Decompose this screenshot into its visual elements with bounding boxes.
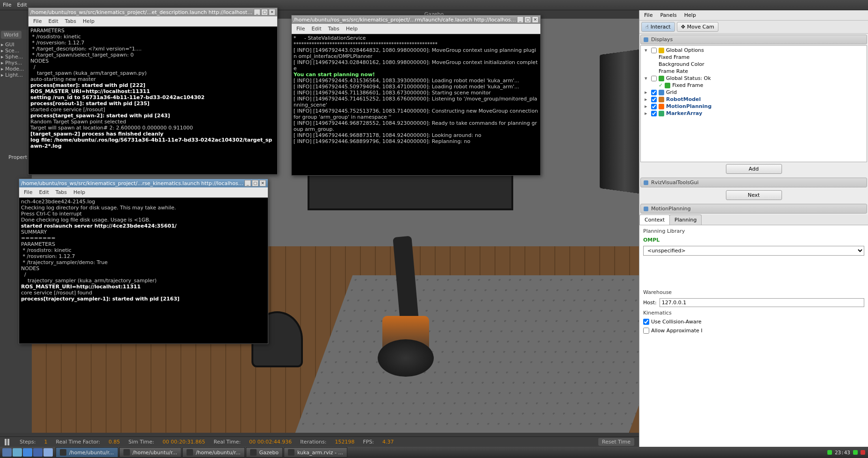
gazebo-tree-item[interactable]: ▸ GUI — [1, 42, 31, 48]
taskbar-item[interactable]: /home/ubuntu/r... — [119, 447, 182, 458]
display-checkbox[interactable] — [651, 48, 657, 53]
expand-icon[interactable]: ▸ — [645, 89, 649, 95]
display-checkbox[interactable] — [651, 104, 657, 109]
term1-output[interactable]: PARAMETERS * /rosdistro: kinetic * /rosv… — [29, 27, 277, 174]
term-help[interactable]: Help — [346, 26, 358, 32]
launcher-icon[interactable] — [33, 448, 43, 457]
add-button[interactable]: Add — [726, 164, 782, 174]
expand-icon[interactable]: ▾ — [645, 47, 649, 53]
displays-header[interactable]: Displays — [640, 35, 867, 44]
term2-output[interactable]: nch-4ce23bdee424-2145.logChecking log di… — [19, 198, 268, 344]
display-item[interactable]: Background Color — [642, 61, 866, 68]
rviz-help[interactable]: Help — [684, 12, 696, 18]
terminal-line: Random Target Spawn point selected — [30, 119, 275, 125]
collision-check[interactable] — [643, 319, 649, 325]
close-icon[interactable]: ✕ — [269, 9, 275, 15]
collision-aware-checkbox[interactable]: Use Collision-Aware — [643, 319, 864, 325]
close-icon[interactable]: ✕ — [532, 16, 538, 23]
taskbar-item[interactable]: Gazebo — [246, 447, 283, 458]
display-item[interactable]: ▸MotionPlanning — [642, 103, 866, 110]
display-label: Grid — [666, 89, 677, 95]
minimize-icon[interactable]: _ — [254, 9, 260, 15]
expand-icon[interactable]: ▸ — [645, 103, 649, 109]
display-type-icon — [665, 83, 670, 88]
display-checkbox[interactable] — [651, 111, 657, 116]
tab-context[interactable]: Context — [639, 215, 670, 225]
menu-edit[interactable]: Edit — [17, 2, 27, 8]
planner-select[interactable]: <unspecified> — [643, 246, 864, 256]
clock: 23:43 — [835, 450, 850, 456]
display-item[interactable]: ✓Fixed Frame — [642, 82, 866, 89]
term-edit[interactable]: Edit — [48, 18, 58, 24]
launcher-icon[interactable] — [13, 448, 22, 457]
launcher-icon[interactable] — [43, 448, 53, 457]
term-tabs[interactable]: Tabs — [328, 26, 339, 32]
gazebo-tree-item[interactable]: ▸ Phys... — [1, 60, 31, 66]
display-item[interactable]: Fixed Frame — [642, 54, 866, 61]
maximize-icon[interactable]: ▢ — [252, 180, 258, 186]
motion-planning-header[interactable]: MotionPlanning — [640, 204, 867, 214]
pause-icon[interactable] — [5, 439, 11, 445]
term-tabs[interactable]: Tabs — [56, 189, 67, 195]
display-item[interactable]: ▸MarkerArray — [642, 110, 866, 117]
term-file[interactable]: File — [24, 189, 32, 195]
expand-icon[interactable]: ▸ — [645, 110, 649, 116]
gazebo-tree-item[interactable]: ▸ Light... — [1, 72, 31, 78]
rviz-panels[interactable]: Panels — [660, 12, 676, 18]
display-item[interactable]: ▸RobotModel — [642, 96, 866, 103]
maximize-icon[interactable]: ▢ — [524, 16, 531, 23]
term-help[interactable]: Help — [73, 189, 85, 195]
approx-check[interactable] — [643, 328, 649, 334]
status-led-red[interactable] — [861, 450, 865, 455]
move-camera-button[interactable]: ✥ Move Cam — [677, 22, 718, 32]
terminal-window-1[interactable]: /home/ubuntu/ros_ws/src/kinematics_proje… — [28, 7, 278, 175]
display-checkbox[interactable] — [651, 76, 657, 81]
close-icon[interactable]: ✕ — [259, 180, 266, 186]
minimize-icon[interactable]: _ — [244, 180, 251, 186]
approx-ik-checkbox[interactable]: Allow Approximate I — [643, 328, 864, 334]
menu-file[interactable]: File — [3, 2, 11, 8]
gazebo-world-tab[interactable]: World — [1, 31, 22, 39]
next-button[interactable]: Next — [726, 190, 782, 200]
rviz-visual-tools-header[interactable]: RvizVisualToolsGui — [640, 178, 867, 187]
term-file[interactable]: File — [296, 26, 305, 32]
launcher-icon[interactable] — [2, 448, 12, 457]
display-checkbox[interactable] — [651, 97, 657, 102]
display-item[interactable]: ▸Grid — [642, 89, 866, 96]
term-edit[interactable]: Edit — [39, 189, 49, 195]
maximize-icon[interactable]: ▢ — [261, 9, 268, 15]
taskbar-item[interactable]: /home/ubuntu/r... — [182, 447, 245, 458]
gazebo-tree-item[interactable]: ▸ Sce... — [1, 48, 31, 54]
gazebo-world-tree[interactable]: ▸ GUI▸ Sce...▸ Sphe...▸ Phys...▸ Mode...… — [0, 40, 32, 80]
tab-planning[interactable]: Planning — [669, 215, 702, 225]
iter-label: Iterations: — [300, 439, 326, 445]
display-checkbox[interactable] — [651, 90, 657, 95]
gazebo-tree-item[interactable]: ▸ Sphe... — [1, 54, 31, 60]
taskbar-item[interactable]: /home/ubuntu/r... — [56, 447, 118, 458]
term3-output[interactable]: * - StateValidationService**************… — [292, 34, 540, 175]
term3-titlebar[interactable]: /home/ubuntu/ros_ws/src/kinematics_proje… — [292, 15, 540, 24]
term-help[interactable]: Help — [83, 18, 94, 24]
launcher-icon[interactable] — [23, 448, 32, 457]
expand-icon[interactable]: ▸ — [645, 96, 649, 102]
gazebo-tree-item[interactable]: ▸ Mode... — [1, 66, 31, 72]
term2-titlebar[interactable]: /home/ubuntu/ros_ws/src/kinematics_proje… — [19, 179, 268, 187]
rviz-file[interactable]: File — [644, 12, 653, 18]
host-input[interactable] — [660, 298, 864, 307]
minimize-icon[interactable]: _ — [517, 16, 524, 23]
expand-icon[interactable]: ▾ — [645, 75, 649, 81]
displays-tree[interactable]: ▾Global OptionsFixed FrameBackground Col… — [640, 45, 867, 162]
interact-button[interactable]: ☝ Interact — [641, 22, 675, 32]
display-item[interactable]: ▾Global Status: Ok — [642, 75, 866, 82]
taskbar-item[interactable]: kuka_arm.rviz - ... — [284, 447, 347, 458]
term-tabs[interactable]: Tabs — [65, 18, 76, 24]
display-item[interactable]: Frame Rate — [642, 68, 866, 75]
terminal-window-2[interactable]: /home/ubuntu/ros_ws/src/kinematics_proje… — [19, 179, 268, 344]
display-item[interactable]: ▾Global Options — [642, 47, 866, 54]
term-file[interactable]: File — [33, 18, 42, 24]
terminal-line: [ INFO] [1496792445.509794094, 1083.4710… — [294, 84, 538, 90]
reset-time-button[interactable]: Reset Time — [598, 438, 634, 446]
term-edit[interactable]: Edit — [311, 26, 321, 32]
term1-titlebar[interactable]: /home/ubuntu/ros_ws/src/kinematics_proje… — [29, 8, 277, 16]
terminal-window-3[interactable]: /home/ubuntu/ros_ws/src/kinematics_proje… — [291, 15, 541, 176]
